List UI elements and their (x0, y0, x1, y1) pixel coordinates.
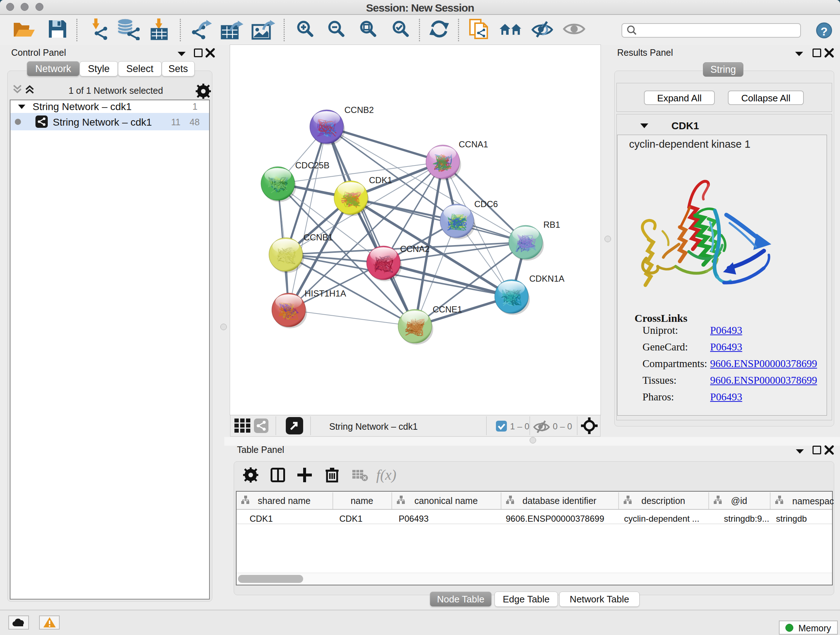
svg-text:CDC25B: CDC25B (295, 160, 330, 170)
svg-text:CDC6: CDC6 (474, 199, 498, 209)
svg-text:CCNA2: CCNA2 (400, 244, 429, 254)
svg-text:CCNE1: CCNE1 (433, 304, 462, 314)
svg-text:CCNA1: CCNA1 (459, 139, 488, 149)
svg-text:CDKN1A: CDKN1A (529, 274, 564, 283)
svg-text:CDK1: CDK1 (369, 175, 392, 185)
svg-text:HIST1H1A: HIST1H1A (305, 288, 346, 298)
svg-text:CCNB2: CCNB2 (344, 105, 374, 115)
svg-text:RB1: RB1 (543, 220, 561, 230)
svg-text:CCNB1: CCNB1 (303, 233, 333, 242)
